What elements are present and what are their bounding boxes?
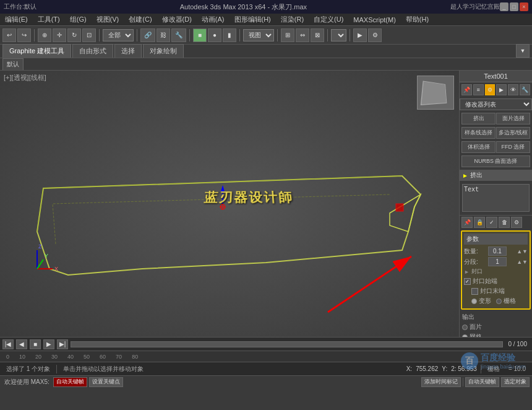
modifier-icon-active[interactable]: ⚙ [485,84,496,95]
check-icon[interactable]: ✓ [486,217,497,228]
watermark: 百 百度经验 jingyan.baidu.com [461,352,526,370]
text-input[interactable]: Text [462,184,530,212]
select-filter-dropdown[interactable]: 全部 [103,29,134,41]
scale-button[interactable]: ⊡ [82,28,96,42]
menu-group[interactable]: 组(G) [67,14,89,25]
bottom-toolbar: 欢迎使用 MAX5: 自动关键帧 设置关键点 添加时间标记 自动关键帧 选定对象 [0,375,532,388]
end-button[interactable]: ▶| [57,339,68,349]
tab-config-button[interactable]: ▼ [516,44,530,58]
link-button[interactable]: 🔗 [140,28,155,42]
box-button[interactable]: ■ [193,28,207,42]
auto-key-button[interactable]: 自动关键帧 [53,377,87,387]
select-key-button[interactable]: 选定对象 [501,377,530,387]
menu-animation[interactable]: 动画(A) [199,14,227,25]
sub-tab-default[interactable]: 默认 [2,58,24,70]
mirror-button[interactable]: ⇔ [296,28,309,42]
redo-button[interactable]: ↪ [17,28,31,42]
modifier-icons: 📌 ≡ ⚙ ▶ 👁 🔧 [460,82,532,97]
tab-object-paint[interactable]: 对象绘制 [143,44,184,58]
output-mesh-btn[interactable] [462,334,468,338]
list-icon[interactable]: ≡ [473,84,484,95]
rp-tab-ffd[interactable]: FFD 选择 [496,141,530,153]
menu-customize[interactable]: 自定义(U) [311,14,346,25]
config-bottom-icon[interactable]: ⚙ [511,217,522,228]
pin-icon[interactable]: 📌 [461,84,472,95]
rp-tab-volume[interactable]: 体积选择 [461,141,496,153]
set-key-button[interactable]: 设置关键点 [89,377,123,387]
radio-morph-btn[interactable] [471,299,477,304]
menu-view[interactable]: 视图(V) [94,14,122,25]
count-label: 数量: [464,247,478,256]
play-button[interactable]: |◀ [2,339,14,349]
cap-start-label: 封口始端 [473,277,497,286]
array-button[interactable]: ⊠ [311,28,324,42]
window-controls: _ □ × [500,2,528,11]
rotate-button[interactable]: ↻ [67,28,81,42]
modifier-section-title[interactable]: ► 挤出 [460,170,532,181]
move-tool[interactable]: ⊞ [281,28,294,42]
render-settings-button[interactable]: ⚙ [368,28,382,42]
move-button[interactable]: ✛ [53,28,66,42]
prev-frame-button[interactable]: ◀ [16,339,27,349]
view-dropdown[interactable]: 视图 [243,29,274,41]
maximize-button[interactable]: □ [510,2,518,11]
tab-graphite[interactable]: Graphite 建模工具 [2,44,71,58]
rp-tab-spline[interactable]: 样条线选择 [461,127,496,139]
radio-grid-btn[interactable] [496,299,502,304]
rp-tab-poly[interactable]: 多边形/线框 [496,127,530,139]
num-dropdown[interactable]: 3 [331,29,346,41]
menu-modifier[interactable]: 修改器(D) [160,14,194,25]
toolbar-separator-3 [137,29,137,41]
rp-tabs-row1: 挤出 面片选择 [460,111,532,126]
stop-button[interactable]: ■ [30,339,41,349]
cap-start-check[interactable] [464,278,471,285]
rp-tab-patch[interactable]: 面片选择 [496,113,530,124]
close-button[interactable]: × [520,2,528,11]
output-patch-btn[interactable] [462,325,468,330]
frame-counter: 0 / 100 [505,341,530,347]
menu-render[interactable]: 渲染(R) [278,14,306,25]
rp-tab-extrude[interactable]: 挤出 [461,113,496,124]
params-section-title[interactable]: 参数 [464,233,528,245]
menu-graph-editor[interactable]: 图形编辑(H) [232,14,273,25]
lock-icon[interactable]: 🔒 [474,217,485,228]
render-button[interactable]: ▶ [353,28,367,42]
next-frame-button[interactable]: ▶ [43,339,54,349]
cap-start-sub: 封口末端 变形 栅格 [464,287,528,307]
add-time-marker[interactable]: 添加时间标记 [421,377,461,387]
tab-freeform[interactable]: 自由形式 [72,44,113,58]
minimize-button[interactable]: _ [500,2,508,11]
segments-spinner[interactable]: ▲▼ [517,259,528,265]
display-icon[interactable]: 👁 [508,84,518,95]
menu-create[interactable]: 创建(C) [126,14,154,25]
menu-edit[interactable]: 编辑(E) [2,14,30,25]
rp-tab-nurbs[interactable]: NURBS 曲面选择 [461,155,530,167]
cap-morph-check[interactable] [471,288,478,295]
trash-icon[interactable]: 🗑 [499,217,510,228]
menu-maxscript[interactable]: MAXScript(M) [351,15,398,25]
menu-help[interactable]: 帮助(H) [403,14,431,25]
cap-morph-label: 封口末端 [480,287,505,295]
unlink-button[interactable]: ⛓ [157,28,170,42]
menu-tools[interactable]: 工具(T) [35,14,62,25]
modifier-list-dropdown[interactable]: 修改器列表 [460,98,532,110]
motion-icon[interactable]: ▶ [496,84,507,95]
viewport[interactable]: [+][透视][线框] Z X [0,71,459,337]
utility-icon[interactable]: 🔧 [520,84,530,95]
tab-select[interactable]: 选择 [114,44,142,58]
bind-button[interactable]: 🔧 [171,28,186,42]
select-button[interactable]: ⊕ [38,28,51,42]
pin-bottom-icon[interactable]: 📌 [461,217,473,228]
status-sep-1 [56,365,57,373]
title-right: 超人学习记忆宫殿 [450,2,500,11]
cylinder-button[interactable]: ▮ [223,28,236,42]
modifier-name: 挤出 [470,171,483,180]
count-spinner[interactable]: ▲▼ [517,248,528,255]
sphere-button[interactable]: ● [208,28,221,42]
timeline-bar: |◀ ◀ ■ ▶ ▶| 0 / 100 [0,337,532,351]
auto-key-toggle[interactable]: 自动关键帧 [465,377,499,387]
timeline-slider[interactable] [71,341,503,347]
undo-button[interactable]: ↩ [2,28,16,42]
menu-bar: 编辑(E) 工具(T) 组(G) 视图(V) 创建(C) 修改器(D) 动画(A… [0,14,532,26]
count-value: 0.1 [488,246,507,256]
